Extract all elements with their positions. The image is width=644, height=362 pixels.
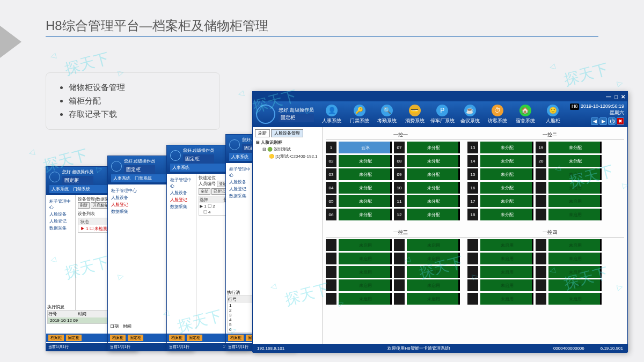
nav-left-icon[interactable]: ◀	[591, 117, 598, 125]
locker-cell[interactable]: 未启用	[480, 253, 533, 264]
locker-cell[interactable]: 未启用	[339, 279, 392, 291]
section-label: 一控三	[326, 229, 475, 236]
locker-cell[interactable]: 未分配	[339, 182, 392, 194]
clock-panel: H8 2019-10-1209:56:19 星期六 ◀ ▶ ⏻ ✖	[567, 102, 627, 125]
nav-right-icon[interactable]: ▶	[599, 117, 607, 125]
section-label: 一控一	[326, 131, 475, 138]
locker-cell[interactable]: 未启用	[480, 239, 533, 251]
nav-item-宿舍系统[interactable]: 🏠宿舍系统	[511, 102, 539, 127]
locker-number: 03	[326, 168, 336, 180]
locker-cell[interactable]: 未启用	[480, 279, 533, 291]
sidebar-item[interactable]: 人脸设备	[49, 211, 72, 217]
tab[interactable]: 固定柜	[66, 335, 82, 341]
user-greeting: 您好.超级操作员	[62, 169, 93, 175]
tree-node[interactable]: ⊟ 🟢 深圳测试	[255, 146, 320, 152]
locker-number	[467, 279, 478, 291]
locker-number: 07	[394, 142, 405, 153]
locker-cell[interactable]: 未分配	[480, 168, 533, 180]
locker-cell[interactable]: 未分配	[339, 168, 392, 180]
locker-cell[interactable]: 未分配	[407, 209, 460, 220]
locker-cell[interactable]: 未启用	[548, 168, 602, 180]
locker-cell[interactable]: 未分配	[548, 155, 602, 167]
minimize-button[interactable]: —	[606, 94, 611, 100]
nav-item-会议系统[interactable]: ☕会议系统	[456, 102, 484, 127]
locker-grid-4: 未启用未启用未启用未启用未启用未启用未启用未启用未启用未启用	[467, 239, 602, 305]
nav-item[interactable]: 门禁系统	[73, 186, 90, 192]
locker-cell[interactable]: 未启用	[548, 293, 602, 305]
locker-cell[interactable]: 未分配	[407, 168, 460, 180]
sidebar-item[interactable]: 人脸登记	[49, 218, 72, 224]
locker-number: 05	[326, 195, 336, 207]
nav-item-停车厂系统[interactable]: P停车厂系统	[428, 102, 456, 127]
section-label: 一控四	[475, 229, 624, 236]
locker-number	[394, 253, 405, 264]
locker-cell[interactable]: 未启用	[407, 293, 460, 305]
sidebar-item[interactable]: 柜子管理中心	[49, 198, 72, 210]
locker-cell[interactable]: 未启用	[548, 253, 602, 264]
nav-item[interactable]: 人事系统	[52, 186, 69, 192]
maximize-button[interactable]: □	[614, 94, 618, 100]
app-header: 您好.超级操作员 固定柜 👤人事系统🔑门禁系统🔍考勤系统💳消费系统P停车厂系统☕…	[253, 101, 627, 127]
locker-cell[interactable]: 未启用	[407, 266, 460, 278]
locker-number	[467, 266, 478, 278]
nav-item-消费系统[interactable]: 💳消费系统	[401, 102, 428, 127]
locker-cell[interactable]: 未启用	[407, 279, 460, 291]
locker-cell[interactable]: 未启用	[548, 195, 602, 207]
locker-number: 04	[326, 182, 336, 194]
tree-root[interactable]: ⊟ 人脸识别柜	[255, 139, 320, 145]
locker-number: 06	[326, 209, 336, 220]
refresh-tab[interactable]: 刷新	[255, 129, 270, 137]
locker-cell[interactable]: 未分配	[407, 195, 460, 207]
locker-panel: 一控一 一控二 1云冰07未分配02未分配08未分配03未分配09未分配04未分…	[323, 127, 627, 344]
locker-cell[interactable]: 未启用	[480, 293, 533, 305]
locker-cell[interactable]: 未启用	[548, 209, 602, 220]
device-mgmt-tab[interactable]: 人脸设备管理	[271, 129, 303, 137]
bullet-item: 箱柜分配	[69, 96, 207, 106]
locker-cell[interactable]: 未启用	[480, 266, 533, 278]
nav-item-人脸柜[interactable]: 🙂人脸柜	[539, 102, 566, 127]
power-icon[interactable]: ⏻	[608, 117, 616, 125]
locker-cell[interactable]: 未分配	[407, 155, 460, 167]
nav-item-访客系统[interactable]: ⏱访客系统	[484, 102, 511, 127]
sidebar-item[interactable]: 数据采集	[49, 225, 72, 231]
locker-cell[interactable]: 未分配	[480, 182, 533, 194]
locker-number	[467, 239, 478, 251]
locker-cell[interactable]: 未启用	[339, 253, 392, 264]
locker-cell[interactable]: 云冰	[339, 142, 392, 153]
locker-cell[interactable]: 未启用	[407, 239, 460, 251]
user-greeting: 您好.超级操作员	[279, 107, 314, 114]
app-title: 固定柜	[279, 114, 314, 122]
locker-cell[interactable]: 未分配	[480, 142, 533, 153]
locker-cell[interactable]: 未启用	[548, 279, 602, 291]
status-welcome: 欢迎使用H8智能一卡通管理系统!	[301, 345, 537, 351]
nav-item-门禁系统[interactable]: 🔑门禁系统	[346, 102, 373, 127]
logo-circle	[49, 172, 60, 182]
alert-icon[interactable]: ✖	[617, 117, 624, 125]
locker-cell[interactable]: 未启用	[339, 239, 392, 251]
locker-cell[interactable]: 未启用	[548, 239, 602, 251]
locker-number: 15	[467, 168, 478, 180]
close-button[interactable]: ✕	[621, 94, 625, 100]
locker-cell[interactable]: 未分配	[548, 142, 602, 153]
nav-item-考勤系统[interactable]: 🔍考勤系统	[373, 102, 400, 127]
locker-cell[interactable]: 未启用	[339, 266, 392, 278]
app-title: 固定柜	[62, 176, 93, 185]
tree-leaf[interactable]: 🟡 [1]测试-C20400-192.1	[255, 153, 320, 159]
locker-cell[interactable]: 未分配	[339, 155, 392, 167]
refresh-button[interactable]: 刷新	[78, 202, 90, 209]
locker-cell[interactable]: 未分配	[480, 155, 533, 167]
nav-item-人事系统[interactable]: 👤人事系统	[318, 102, 346, 127]
locker-cell[interactable]: 未分配	[480, 195, 533, 207]
locker-cell[interactable]: 未分配	[407, 142, 460, 153]
bullet-item: 储物柜设备管理	[69, 83, 207, 93]
locker-cell[interactable]: 未分配	[407, 182, 460, 194]
locker-number: 09	[394, 168, 405, 180]
locker-cell[interactable]: 未分配	[480, 209, 533, 220]
locker-cell[interactable]: 未启用	[339, 293, 392, 305]
locker-cell[interactable]: 未启用	[548, 182, 602, 194]
locker-cell[interactable]: 未分配	[339, 209, 392, 220]
locker-cell[interactable]: 未启用	[407, 253, 460, 264]
locker-cell[interactable]: 未启用	[548, 266, 602, 278]
locker-cell[interactable]: 未分配	[339, 195, 392, 207]
tab[interactable]: 档案柜	[48, 335, 64, 341]
